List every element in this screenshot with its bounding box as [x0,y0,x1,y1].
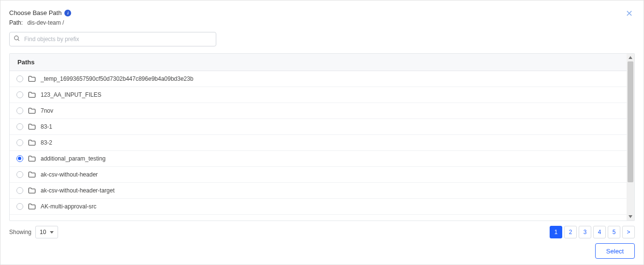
row-label: 123_AA_INPUT_FILES [41,91,101,98]
close-icon: ✕ [626,9,633,18]
paths-table: Paths _temp_16993657590cf50d7302b447c896… [9,53,635,221]
rows-container: _temp_16993657590cf50d7302b447c896e9b4a0… [10,71,627,215]
folder-icon [28,187,36,194]
row-radio[interactable] [16,139,23,146]
path-label: Path: [9,19,23,26]
path-breadcrumb: Path: dis-dev-team / [9,19,71,26]
row-label: ak-csv-without-header [41,171,98,178]
folder-icon [28,91,36,98]
title-row: Choose Base Path i [9,9,71,16]
row-radio[interactable] [16,107,23,114]
folder-icon [28,123,36,130]
page-size-value: 10 [40,229,46,236]
table-row[interactable]: ak-csv-without-header [10,167,627,183]
folder-icon [28,203,36,210]
table-row[interactable]: 83-1 [10,119,627,135]
row-radio[interactable] [16,171,23,178]
search-input[interactable] [9,32,216,46]
table-row[interactable]: 83-2 [10,135,627,151]
row-label: 7nov [41,107,53,114]
row-label: AK-multi-approval-src [41,203,96,210]
table-row[interactable]: ak-csv-without-header-target [10,183,627,199]
row-radio[interactable] [16,155,23,162]
row-radio[interactable] [16,123,23,130]
search-wrap [9,32,216,46]
footer: Showing 10 12345> [9,221,635,238]
row-radio[interactable] [16,91,23,98]
table-header-paths: Paths [10,54,627,71]
table-row[interactable]: _temp_16993657590cf50d7302b447c896e9b4a0… [10,71,627,87]
page-button-5[interactable]: 5 [608,226,620,238]
scrollbar-thumb[interactable] [628,61,633,182]
table-scroll[interactable]: Paths _temp_16993657590cf50d7302b447c896… [10,54,627,221]
folder-icon [28,139,36,146]
folder-icon [28,107,36,114]
page-button-4[interactable]: 4 [593,226,606,238]
path-value: dis-dev-team / [27,19,64,26]
scrollbar-track[interactable] [627,61,634,213]
showing-control: Showing 10 [9,226,58,238]
row-radio[interactable] [16,203,23,210]
svg-marker-3 [629,215,632,218]
modal-header: Choose Base Path i Path: dis-dev-team / … [9,9,635,32]
scrollbar[interactable] [627,54,634,221]
page-next-button[interactable]: > [622,226,635,238]
row-label: 83-2 [41,139,52,146]
row-label: _temp_16993657590cf50d7302b447c896e9b4a0… [41,75,194,82]
row-label: additional_param_testing [41,155,105,162]
page-button-2[interactable]: 2 [564,226,577,238]
page-size-select[interactable]: 10 [35,226,58,238]
folder-icon [28,75,36,82]
showing-label: Showing [9,229,31,236]
modal-title: Choose Base Path [9,9,61,16]
scroll-up-icon[interactable] [627,54,634,61]
scroll-down-icon[interactable] [627,213,634,221]
table-row[interactable]: 123_AA_INPUT_FILES [10,87,627,103]
svg-marker-2 [629,56,632,59]
row-radio[interactable] [16,75,23,82]
table-row[interactable]: AK-multi-approval-src [10,199,627,215]
folder-icon [28,171,36,178]
select-button[interactable]: Select [595,243,635,259]
pagination: 12345> [550,226,635,238]
close-button[interactable]: ✕ [624,9,635,18]
row-label: ak-csv-without-header-target [41,187,115,194]
select-row: Select [9,238,635,259]
row-radio[interactable] [16,187,23,194]
page-button-1[interactable]: 1 [550,226,562,238]
page-button-3[interactable]: 3 [579,226,591,238]
table-row[interactable]: additional_param_testing [10,151,627,167]
table-row[interactable]: 7nov [10,103,627,119]
folder-icon [28,155,36,162]
choose-base-path-modal: Choose Base Path i Path: dis-dev-team / … [0,0,644,265]
chevron-down-icon [50,231,54,234]
row-label: 83-1 [41,123,52,130]
info-icon[interactable]: i [64,10,71,16]
